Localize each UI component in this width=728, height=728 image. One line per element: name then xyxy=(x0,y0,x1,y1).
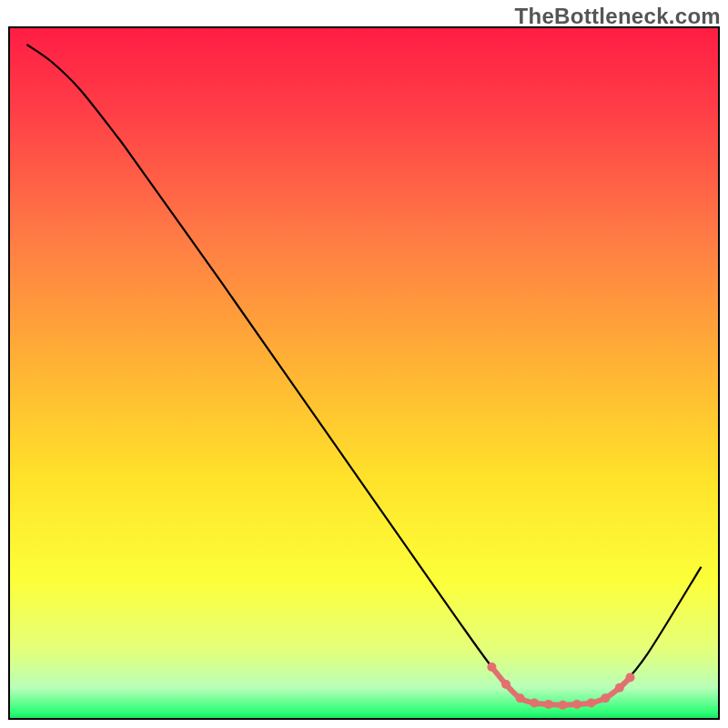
optimal-zone-dot xyxy=(501,680,511,689)
optimal-zone-dot xyxy=(587,699,596,708)
bottleneck-plot xyxy=(0,0,728,728)
optimal-zone-dot xyxy=(530,699,539,708)
optimal-zone-dot xyxy=(558,701,567,710)
optimal-zone-dot xyxy=(615,683,624,693)
optimal-zone-dot xyxy=(626,672,635,682)
optimal-zone-dot xyxy=(487,662,496,672)
optimal-zone-dot xyxy=(601,693,610,703)
optimal-zone-dot xyxy=(572,700,581,709)
optimal-zone-dot xyxy=(544,700,553,709)
watermark-label: TheBottleneck.com xyxy=(515,4,721,29)
gradient-background xyxy=(9,27,719,719)
optimal-zone-dot xyxy=(516,693,525,703)
chart-container: TheBottleneck.com xyxy=(0,0,728,728)
